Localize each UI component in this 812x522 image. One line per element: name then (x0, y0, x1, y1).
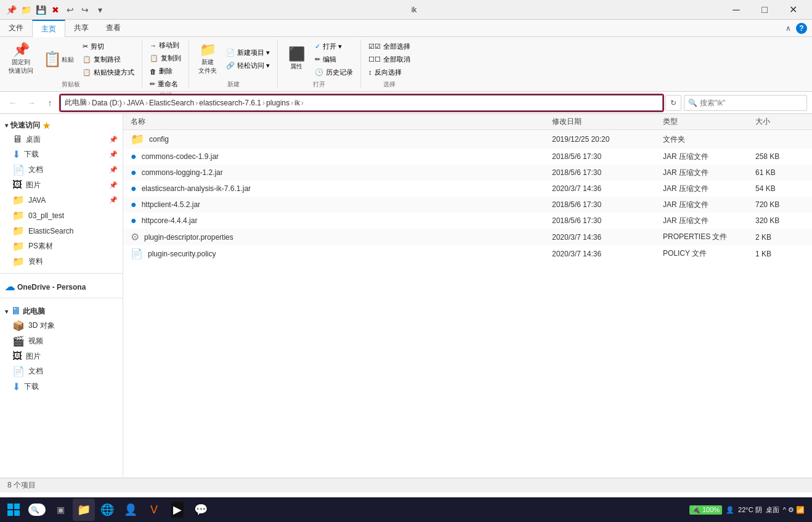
path-part-pc[interactable]: 此电脑 (65, 97, 87, 108)
start-button[interactable] (2, 499, 25, 521)
copy-path-button[interactable]: 📋 复制路径 (80, 54, 137, 65)
back-button[interactable]: ← (5, 95, 21, 111)
pin-pictures-icon: 📌 (109, 181, 118, 189)
sidebar-item-documents[interactable]: 📄 文档 (0, 364, 123, 379)
col-modified[interactable]: 修改日期 (552, 116, 663, 127)
file-name-cell: ● commons-logging-1.2.jar (131, 167, 552, 178)
table-row[interactable]: ● commons-codec-1.9.jar 2018/5/6 17:30 J… (123, 149, 812, 165)
search-taskbar-button[interactable]: 🔍 (26, 499, 48, 521)
col-size[interactable]: 大小 (755, 116, 805, 127)
quick-access-icon[interactable]: 📌 (5, 4, 17, 16)
user-taskbar[interactable]: 👤 (120, 499, 142, 521)
terminal-taskbar[interactable]: ▶ (166, 499, 189, 521)
close-button[interactable]: ✕ (779, 0, 807, 20)
forward-button[interactable]: → (23, 95, 39, 111)
history-button[interactable]: 🕒 历史记录 (312, 67, 355, 78)
viv-taskbar[interactable]: V (143, 499, 165, 521)
close-tb-icon[interactable]: ✖ (49, 4, 62, 16)
sidebar-item-info-label: 资料 (28, 256, 43, 267)
paste-shortcut-button[interactable]: 📋 粘贴快捷方式 (80, 67, 137, 78)
easy-access-button[interactable]: 🔗 轻松访问 ▾ (224, 60, 272, 71)
file-name-cell: ● httpclient-4.5.2.jar (131, 199, 552, 210)
table-row[interactable]: 📁 config 2019/12/25 20:20 文件夹 (123, 130, 812, 149)
window-title: ik (106, 6, 722, 14)
open-button[interactable]: ✓ 打开 ▾ (312, 41, 355, 52)
svg-rect-2 (7, 510, 13, 516)
browser-taskbar[interactable]: 🌐 (96, 499, 118, 521)
cut-button[interactable]: ✂ 剪切 (80, 41, 137, 52)
refresh-button[interactable]: ↻ (665, 95, 681, 111)
save-icon[interactable]: 💾 (35, 4, 47, 16)
sidebar-item-03[interactable]: 📁 03_pll_test (0, 208, 123, 223)
col-name[interactable]: 名称 (131, 116, 552, 127)
sidebar-item-pics[interactable]: 🖼 图片 (0, 349, 123, 364)
file-explorer-icon: 📁 (77, 503, 91, 516)
file-size: 61 KB (755, 168, 805, 177)
delete-button[interactable]: 🗑 删除 (147, 65, 184, 77)
info-folder-icon: 📁 (12, 256, 25, 267)
new-folder-button[interactable]: 📁 新建文件夹 (194, 42, 221, 76)
sidebar-item-downloads[interactable]: ⬇ 下载 📌 (0, 147, 123, 162)
sidebar-item-info[interactable]: 📁 资料 (0, 254, 123, 269)
move-to-button[interactable]: → 移动到 (147, 39, 184, 51)
task-view-button[interactable]: ▣ (49, 499, 71, 521)
select-all-button[interactable]: ☑☑ 全部选择 (366, 41, 413, 52)
properties-button[interactable]: ⬛ 属性 (283, 46, 310, 72)
docs-icon: 📄 (12, 164, 25, 176)
table-row[interactable]: ● elasticsearch-analysis-ik-7.6.1.jar 20… (123, 181, 812, 197)
pin-quick-access-button[interactable]: 📌 固定到快速访问 (5, 42, 37, 76)
path-part-elasticsearch[interactable]: ElasticSearch (149, 99, 194, 107)
file-explorer-taskbar[interactable]: 📁 (73, 499, 95, 521)
sidebar-item-docs[interactable]: 📄 文档 📌 (0, 162, 123, 177)
table-row[interactable]: 📄 plugin-security.policy 2020/3/7 14:36 … (123, 245, 812, 262)
invert-selection-button[interactable]: ↕ 反向选择 (366, 67, 413, 78)
sidebar-item-3d[interactable]: 📦 3D 对象 (0, 318, 123, 333)
tab-file[interactable]: 文件 (0, 20, 32, 36)
wechat-taskbar[interactable]: 💬 (190, 499, 212, 521)
ribbon-collapse-icon[interactable]: ∧ (786, 24, 791, 33)
rename-button[interactable]: ✏ 重命名 (147, 78, 184, 90)
undo-icon[interactable]: ↩ (64, 4, 76, 16)
maximize-button[interactable]: □ (750, 0, 779, 20)
copy-to-button[interactable]: 📋 复制到 (147, 52, 184, 64)
sidebar-item-dl[interactable]: ⬇ 下载 (0, 379, 123, 394)
up-button[interactable]: ↑ (42, 95, 58, 111)
tab-view[interactable]: 查看 (97, 20, 129, 36)
new-folder-icon[interactable]: 📁 (20, 4, 32, 16)
path-part-data[interactable]: Data (D:) (92, 99, 122, 107)
table-row[interactable]: ● httpclient-4.5.2.jar 2018/5/6 17:30 JA… (123, 197, 812, 213)
new-item-button[interactable]: 📄 新建项目 ▾ (224, 47, 272, 59)
tab-home[interactable]: 主页 (32, 20, 65, 37)
search-box[interactable]: 🔍 (684, 95, 807, 111)
tab-share[interactable]: 共享 (65, 20, 97, 36)
paste-button[interactable]: 📋 粘贴 (39, 51, 78, 68)
sidebar-item-java[interactable]: 📁 JAVA 📌 (0, 192, 123, 208)
minimize-button[interactable]: ─ (722, 0, 750, 20)
quick-access-chevron[interactable]: ▾ (5, 122, 8, 129)
address-path[interactable]: 此电脑 › Data (D:) › JAVA › ElasticSearch ›… (60, 95, 663, 111)
select-none-button[interactable]: ☐☐ 全部取消 (366, 54, 413, 65)
col-type[interactable]: 类型 (663, 116, 755, 127)
sidebar-item-pictures[interactable]: 🖼 图片 📌 (0, 177, 123, 192)
windows-logo (7, 504, 20, 516)
sidebar-item-video[interactable]: 🎬 视频 (0, 333, 123, 349)
customize-icon[interactable]: ▾ (94, 4, 106, 16)
easy-access-icon: 🔗 (226, 62, 235, 70)
table-row[interactable]: ⚙ plugin-descriptor.properties 2020/3/7 … (123, 229, 812, 245)
path-part-java[interactable]: JAVA (127, 99, 144, 107)
help-icon[interactable]: ? (796, 23, 807, 34)
search-input[interactable] (700, 99, 803, 107)
edit-button[interactable]: ✏ 编辑 (312, 54, 355, 65)
table-row[interactable]: ● commons-logging-1.2.jar 2018/5/6 17:30… (123, 165, 812, 181)
path-part-ik[interactable]: ik (294, 99, 300, 107)
sidebar-item-ps[interactable]: 📁 PS素材 (0, 239, 123, 254)
3d-icon: 📦 (12, 320, 25, 332)
sidebar-item-elastic-label: ElasticSearch (28, 227, 73, 235)
this-pc-chevron[interactable]: ▾ (5, 308, 8, 315)
path-part-es761[interactable]: elasticsearch-7.6.1 (199, 99, 261, 107)
table-row[interactable]: ● httpcore-4.4.4.jar 2018/5/6 17:30 JAR … (123, 213, 812, 229)
sidebar-item-desktop[interactable]: 🖥 桌面 📌 (0, 132, 123, 147)
redo-icon[interactable]: ↪ (79, 4, 91, 16)
path-part-plugins[interactable]: plugins (266, 99, 290, 107)
sidebar-item-elastic[interactable]: 📁 ElasticSearch (0, 223, 123, 239)
